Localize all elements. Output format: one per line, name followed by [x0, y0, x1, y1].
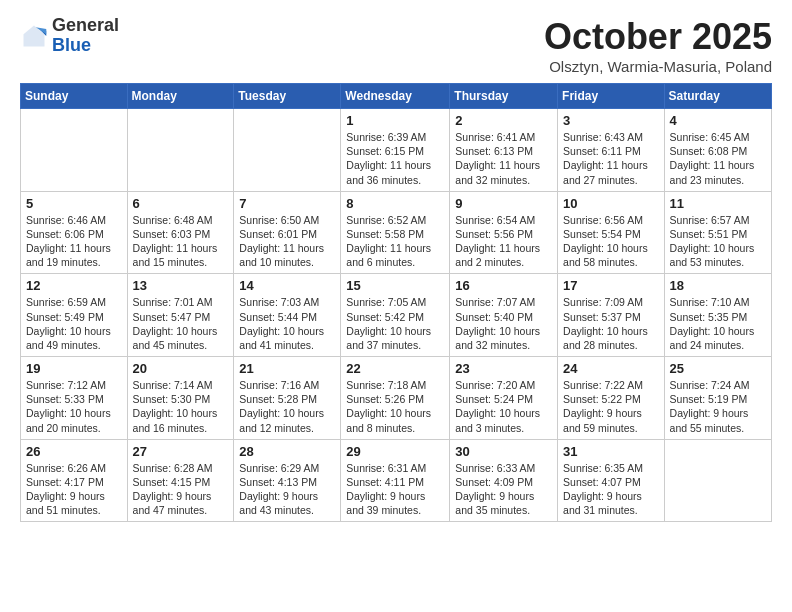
- month-title: October 2025: [544, 16, 772, 58]
- day-info: Sunrise: 6:54 AM Sunset: 5:56 PM Dayligh…: [455, 213, 552, 270]
- calendar-cell: 20Sunrise: 7:14 AM Sunset: 5:30 PM Dayli…: [127, 357, 234, 440]
- calendar-cell: 6Sunrise: 6:48 AM Sunset: 6:03 PM Daylig…: [127, 191, 234, 274]
- day-info: Sunrise: 6:31 AM Sunset: 4:11 PM Dayligh…: [346, 461, 444, 518]
- logo-blue: Blue: [52, 36, 119, 56]
- calendar-header: Sunday Monday Tuesday Wednesday Thursday…: [21, 84, 772, 109]
- calendar-cell: 16Sunrise: 7:07 AM Sunset: 5:40 PM Dayli…: [450, 274, 558, 357]
- day-number: 20: [133, 361, 229, 376]
- day-info: Sunrise: 7:05 AM Sunset: 5:42 PM Dayligh…: [346, 295, 444, 352]
- day-info: Sunrise: 6:43 AM Sunset: 6:11 PM Dayligh…: [563, 130, 659, 187]
- day-number: 12: [26, 278, 122, 293]
- calendar-cell: 14Sunrise: 7:03 AM Sunset: 5:44 PM Dayli…: [234, 274, 341, 357]
- logo-general: General: [52, 16, 119, 36]
- day-info: Sunrise: 7:09 AM Sunset: 5:37 PM Dayligh…: [563, 295, 659, 352]
- day-number: 5: [26, 196, 122, 211]
- day-info: Sunrise: 6:33 AM Sunset: 4:09 PM Dayligh…: [455, 461, 552, 518]
- calendar-cell: 19Sunrise: 7:12 AM Sunset: 5:33 PM Dayli…: [21, 357, 128, 440]
- calendar-cell: 22Sunrise: 7:18 AM Sunset: 5:26 PM Dayli…: [341, 357, 450, 440]
- day-number: 25: [670, 361, 766, 376]
- col-thursday: Thursday: [450, 84, 558, 109]
- calendar-table: Sunday Monday Tuesday Wednesday Thursday…: [20, 83, 772, 522]
- calendar-cell: 31Sunrise: 6:35 AM Sunset: 4:07 PM Dayli…: [558, 439, 665, 522]
- calendar-cell: 29Sunrise: 6:31 AM Sunset: 4:11 PM Dayli…: [341, 439, 450, 522]
- calendar-cell: 11Sunrise: 6:57 AM Sunset: 5:51 PM Dayli…: [664, 191, 771, 274]
- day-info: Sunrise: 7:20 AM Sunset: 5:24 PM Dayligh…: [455, 378, 552, 435]
- calendar-cell: 27Sunrise: 6:28 AM Sunset: 4:15 PM Dayli…: [127, 439, 234, 522]
- day-info: Sunrise: 6:39 AM Sunset: 6:15 PM Dayligh…: [346, 130, 444, 187]
- calendar-cell: 28Sunrise: 6:29 AM Sunset: 4:13 PM Dayli…: [234, 439, 341, 522]
- day-number: 11: [670, 196, 766, 211]
- calendar-cell: 5Sunrise: 6:46 AM Sunset: 6:06 PM Daylig…: [21, 191, 128, 274]
- calendar-cell: 3Sunrise: 6:43 AM Sunset: 6:11 PM Daylig…: [558, 109, 665, 192]
- calendar-cell: [21, 109, 128, 192]
- day-info: Sunrise: 6:56 AM Sunset: 5:54 PM Dayligh…: [563, 213, 659, 270]
- day-info: Sunrise: 6:29 AM Sunset: 4:13 PM Dayligh…: [239, 461, 335, 518]
- calendar-cell: 4Sunrise: 6:45 AM Sunset: 6:08 PM Daylig…: [664, 109, 771, 192]
- title-block: October 2025 Olsztyn, Warmia-Masuria, Po…: [544, 16, 772, 75]
- day-info: Sunrise: 7:14 AM Sunset: 5:30 PM Dayligh…: [133, 378, 229, 435]
- col-saturday: Saturday: [664, 84, 771, 109]
- calendar-cell: 17Sunrise: 7:09 AM Sunset: 5:37 PM Dayli…: [558, 274, 665, 357]
- calendar-cell: 1Sunrise: 6:39 AM Sunset: 6:15 PM Daylig…: [341, 109, 450, 192]
- day-number: 14: [239, 278, 335, 293]
- calendar-week-4: 19Sunrise: 7:12 AM Sunset: 5:33 PM Dayli…: [21, 357, 772, 440]
- day-info: Sunrise: 7:03 AM Sunset: 5:44 PM Dayligh…: [239, 295, 335, 352]
- day-info: Sunrise: 7:10 AM Sunset: 5:35 PM Dayligh…: [670, 295, 766, 352]
- day-number: 13: [133, 278, 229, 293]
- calendar-cell: [664, 439, 771, 522]
- day-info: Sunrise: 6:50 AM Sunset: 6:01 PM Dayligh…: [239, 213, 335, 270]
- calendar-cell: 8Sunrise: 6:52 AM Sunset: 5:58 PM Daylig…: [341, 191, 450, 274]
- day-number: 15: [346, 278, 444, 293]
- day-info: Sunrise: 7:22 AM Sunset: 5:22 PM Dayligh…: [563, 378, 659, 435]
- logo-text: General Blue: [52, 16, 119, 56]
- day-info: Sunrise: 6:52 AM Sunset: 5:58 PM Dayligh…: [346, 213, 444, 270]
- calendar-body: 1Sunrise: 6:39 AM Sunset: 6:15 PM Daylig…: [21, 109, 772, 522]
- day-info: Sunrise: 6:41 AM Sunset: 6:13 PM Dayligh…: [455, 130, 552, 187]
- day-number: 9: [455, 196, 552, 211]
- day-number: 6: [133, 196, 229, 211]
- calendar-cell: 12Sunrise: 6:59 AM Sunset: 5:49 PM Dayli…: [21, 274, 128, 357]
- day-number: 10: [563, 196, 659, 211]
- day-info: Sunrise: 7:24 AM Sunset: 5:19 PM Dayligh…: [670, 378, 766, 435]
- day-number: 30: [455, 444, 552, 459]
- header: General Blue October 2025 Olsztyn, Warmi…: [20, 16, 772, 75]
- day-number: 28: [239, 444, 335, 459]
- day-info: Sunrise: 6:57 AM Sunset: 5:51 PM Dayligh…: [670, 213, 766, 270]
- calendar-cell: 21Sunrise: 7:16 AM Sunset: 5:28 PM Dayli…: [234, 357, 341, 440]
- day-info: Sunrise: 7:18 AM Sunset: 5:26 PM Dayligh…: [346, 378, 444, 435]
- calendar-cell: 30Sunrise: 6:33 AM Sunset: 4:09 PM Dayli…: [450, 439, 558, 522]
- calendar-week-1: 1Sunrise: 6:39 AM Sunset: 6:15 PM Daylig…: [21, 109, 772, 192]
- day-info: Sunrise: 6:46 AM Sunset: 6:06 PM Dayligh…: [26, 213, 122, 270]
- col-tuesday: Tuesday: [234, 84, 341, 109]
- day-info: Sunrise: 7:12 AM Sunset: 5:33 PM Dayligh…: [26, 378, 122, 435]
- calendar-week-2: 5Sunrise: 6:46 AM Sunset: 6:06 PM Daylig…: [21, 191, 772, 274]
- day-number: 23: [455, 361, 552, 376]
- day-number: 16: [455, 278, 552, 293]
- calendar-week-3: 12Sunrise: 6:59 AM Sunset: 5:49 PM Dayli…: [21, 274, 772, 357]
- calendar-cell: 13Sunrise: 7:01 AM Sunset: 5:47 PM Dayli…: [127, 274, 234, 357]
- day-number: 7: [239, 196, 335, 211]
- location: Olsztyn, Warmia-Masuria, Poland: [544, 58, 772, 75]
- day-info: Sunrise: 6:48 AM Sunset: 6:03 PM Dayligh…: [133, 213, 229, 270]
- day-info: Sunrise: 6:35 AM Sunset: 4:07 PM Dayligh…: [563, 461, 659, 518]
- calendar-cell: 25Sunrise: 7:24 AM Sunset: 5:19 PM Dayli…: [664, 357, 771, 440]
- day-number: 26: [26, 444, 122, 459]
- day-number: 2: [455, 113, 552, 128]
- calendar-cell: 26Sunrise: 6:26 AM Sunset: 4:17 PM Dayli…: [21, 439, 128, 522]
- header-row: Sunday Monday Tuesday Wednesday Thursday…: [21, 84, 772, 109]
- day-info: Sunrise: 6:26 AM Sunset: 4:17 PM Dayligh…: [26, 461, 122, 518]
- calendar-cell: 23Sunrise: 7:20 AM Sunset: 5:24 PM Dayli…: [450, 357, 558, 440]
- day-info: Sunrise: 7:16 AM Sunset: 5:28 PM Dayligh…: [239, 378, 335, 435]
- col-sunday: Sunday: [21, 84, 128, 109]
- day-number: 22: [346, 361, 444, 376]
- day-number: 4: [670, 113, 766, 128]
- col-wednesday: Wednesday: [341, 84, 450, 109]
- calendar-cell: 24Sunrise: 7:22 AM Sunset: 5:22 PM Dayli…: [558, 357, 665, 440]
- calendar-cell: 15Sunrise: 7:05 AM Sunset: 5:42 PM Dayli…: [341, 274, 450, 357]
- day-info: Sunrise: 6:28 AM Sunset: 4:15 PM Dayligh…: [133, 461, 229, 518]
- col-friday: Friday: [558, 84, 665, 109]
- day-number: 18: [670, 278, 766, 293]
- day-number: 8: [346, 196, 444, 211]
- day-number: 21: [239, 361, 335, 376]
- calendar-cell: 9Sunrise: 6:54 AM Sunset: 5:56 PM Daylig…: [450, 191, 558, 274]
